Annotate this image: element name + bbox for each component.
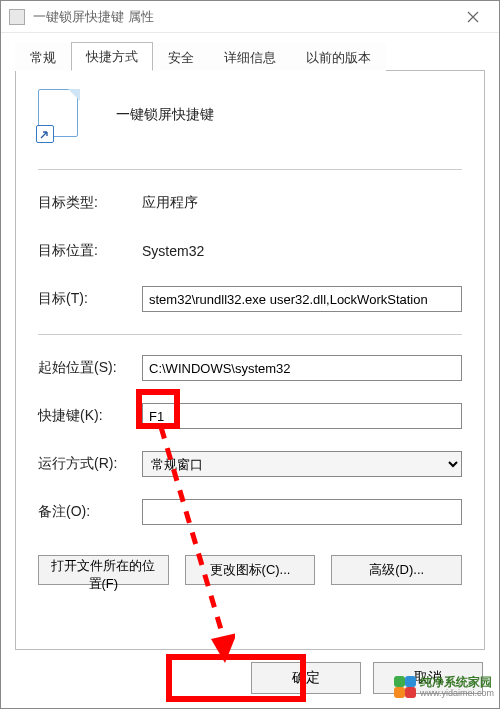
tab-previous[interactable]: 以前的版本 [291, 43, 386, 71]
button-row: 打开文件所在的位置(F) 更改图标(C)... 高级(D)... [38, 555, 462, 585]
value-target-type: 应用程序 [142, 194, 198, 212]
label-run: 运行方式(R): [38, 455, 142, 473]
input-comment[interactable] [142, 499, 462, 525]
tab-page-shortcut: 一键锁屏快捷键 目标类型: 应用程序 目标位置: System32 目标(T):… [15, 71, 485, 650]
label-target-type: 目标类型: [38, 194, 142, 212]
field-target-location: 目标位置: System32 [38, 238, 462, 264]
input-shortcut-key[interactable] [142, 403, 462, 429]
shortcut-file-icon [38, 89, 80, 141]
field-shortcut-key: 快捷键(K): [38, 403, 462, 429]
input-target[interactable] [142, 286, 462, 312]
shortcut-name-label: 一键锁屏快捷键 [116, 106, 214, 124]
input-start-in[interactable] [142, 355, 462, 381]
change-icon-button[interactable]: 更改图标(C)... [185, 555, 316, 585]
titlebar: 一键锁屏快捷键 属性 [1, 1, 499, 33]
watermark: 纯净系统家园 www.yidaimei.com [394, 676, 494, 699]
close-icon [467, 11, 479, 23]
divider-1 [38, 169, 462, 170]
label-target: 目标(T): [38, 290, 142, 308]
tab-general[interactable]: 常规 [15, 43, 71, 71]
field-run: 运行方式(R): 常规窗口 [38, 451, 462, 477]
tab-shortcut[interactable]: 快捷方式 [71, 42, 153, 71]
field-target-type: 目标类型: 应用程序 [38, 190, 462, 216]
field-target: 目标(T): [38, 286, 462, 312]
properties-window: 一键锁屏快捷键 属性 常规 快捷方式 安全 详细信息 以前的版本 一键锁屏快捷键 [0, 0, 500, 709]
app-icon [9, 9, 25, 25]
select-run[interactable]: 常规窗口 [142, 451, 462, 477]
window-title: 一键锁屏快捷键 属性 [33, 8, 451, 26]
value-target-location: System32 [142, 243, 204, 259]
divider-2 [38, 334, 462, 335]
field-start-in: 起始位置(S): [38, 355, 462, 381]
tab-details[interactable]: 详细信息 [209, 43, 291, 71]
tab-bar: 常规 快捷方式 安全 详细信息 以前的版本 [15, 43, 485, 71]
tab-security[interactable]: 安全 [153, 43, 209, 71]
content-area: 常规 快捷方式 安全 详细信息 以前的版本 一键锁屏快捷键 目标类型: [1, 33, 499, 650]
watermark-url: www.yidaimei.com [420, 689, 494, 699]
advanced-button[interactable]: 高级(D)... [331, 555, 462, 585]
close-button[interactable] [451, 2, 495, 32]
label-target-location: 目标位置: [38, 242, 142, 260]
field-comment: 备注(O): [38, 499, 462, 525]
ok-button[interactable]: 确定 [251, 662, 361, 694]
icon-row: 一键锁屏快捷键 [38, 89, 462, 141]
open-file-location-button[interactable]: 打开文件所在的位置(F) [38, 555, 169, 585]
label-shortcut-key: 快捷键(K): [38, 407, 142, 425]
label-start-in: 起始位置(S): [38, 359, 142, 377]
label-comment: 备注(O): [38, 503, 142, 521]
watermark-logo-icon [394, 676, 416, 698]
shortcut-arrow-icon [39, 128, 51, 140]
